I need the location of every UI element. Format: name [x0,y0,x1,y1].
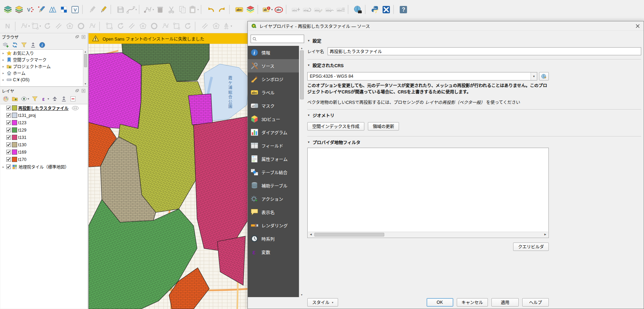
scroll-left-icon[interactable]: ◀ [308,233,314,236]
crs-combobox[interactable]: EPSG:4326 - WGS 84 ▼ [307,72,537,80]
properties-search-input[interactable] [258,36,302,41]
apply-button[interactable]: 適用 [491,298,519,307]
provider-filter-textarea[interactable]: ◀ ▶ [307,148,549,238]
scroll-up-icon[interactable]: ▲ [301,46,303,50]
properties-tab-mask[interactable]: abcマスク [248,99,299,112]
scroll-thumb[interactable] [314,233,384,237]
layer-visibility-checkbox[interactable] [6,113,11,118]
dialog-close-icon[interactable] [635,23,640,29]
scroll-up-icon[interactable]: ▲ [84,49,87,54]
properties-tab-fields[interactable]: フィールド [248,139,299,152]
help-button[interactable]: ヘルプ [522,298,549,307]
panel-float-icon[interactable] [75,35,80,39]
metasearch-icon[interactable] [352,4,363,15]
query-builder-button[interactable]: クエリビルダ [513,243,549,251]
layer-item[interactable]: t131 [0,134,88,141]
save-current-edits-icon[interactable] [98,4,108,15]
layer-visibility-checkbox[interactable] [6,135,11,140]
browser-properties-icon[interactable]: i [39,42,46,48]
expand-all-icon[interactable] [51,96,58,102]
properties-tab-display[interactable]: 表示名 [248,205,299,219]
panel-close-icon[interactable] [81,35,86,39]
collapse-all-icon[interactable] [61,96,67,102]
properties-tab-source[interactable]: ソース [248,59,299,72]
browser-refresh-icon[interactable] [12,42,18,48]
layer-visibility-checkbox[interactable] [6,120,11,125]
expand-arrow-icon[interactable]: ▸ [1,165,5,169]
help-icon[interactable]: ? [398,4,408,15]
select-crs-button[interactable] [539,72,549,80]
layer-item[interactable]: ▸地理院タイル（標準地図） [0,163,88,170]
remove-layer-icon[interactable] [70,96,76,102]
nav-scrollbar[interactable]: ▲ ▼ [299,46,304,297]
layer-visibility-checkbox[interactable] [6,157,11,162]
layer-refresh-badge-icon[interactable] [72,106,79,110]
browser-scrollbar[interactable]: ▲ ▼ [83,49,88,86]
browser-add-layer-icon[interactable] [2,42,9,48]
expand-arrow-icon[interactable]: ▸ [1,78,5,82]
expand-arrow-icon[interactable]: ▸ [1,58,5,62]
layer-visibility-checkbox[interactable] [6,128,11,132]
properties-tab-diagram[interactable]: ダイアグラム [248,126,299,139]
properties-tab-form[interactable]: 属性フォーム [248,152,299,166]
update-extents-button[interactable]: 領域の更新 [368,122,399,131]
filter-horizontal-scrollbar[interactable]: ◀ ▶ [308,232,548,237]
browser-item[interactable]: ▸C:¥ (OS) [0,76,83,83]
properties-tab-temporal[interactable]: 時系列 [248,232,299,245]
browser-item[interactable]: ▸空間ブックマーク [0,56,83,63]
style-menu-button[interactable]: スタイル▾ [307,298,338,307]
browser-collapse-all-icon[interactable] [30,42,36,48]
scroll-down-icon[interactable]: ▼ [301,293,303,297]
layer-item[interactable]: t170 [0,156,88,163]
pin-labels-icon[interactable]: ab▾ [262,4,273,15]
new-geopackage-layer-icon[interactable] [2,4,13,15]
properties-tab-info[interactable]: i情報 [248,46,299,59]
filter-expression-icon[interactable]: ε▾ [41,96,49,102]
browser-item[interactable]: ▸ホーム [0,70,83,76]
browser-item[interactable]: ▸お気に入り [0,50,83,56]
layer-labeling-icon[interactable]: abc [234,4,244,15]
filter-legend-icon[interactable] [31,96,38,102]
cancel-button[interactable]: キャンセル [457,298,488,307]
ok-button[interactable]: OK [427,298,453,307]
python-console-icon[interactable] [370,4,380,15]
properties-tab-labels[interactable]: abcラベル [248,86,299,99]
browser-item[interactable]: ▸プロジェクトホーム [0,63,83,70]
properties-tab-symbology[interactable]: シンボロジ [248,72,299,86]
geometry-section-header[interactable]: ▼ジオメトリ [307,112,641,119]
open-layer-styling-icon[interactable] [2,96,9,102]
scroll-thumb[interactable] [84,54,87,67]
new-raster-layer-icon[interactable] [58,4,69,15]
scroll-down-icon[interactable]: ▼ [84,82,87,86]
layer-item[interactable]: 再投影したラスタファイル [0,104,88,112]
highlight-pinned-labels-icon[interactable]: abc [273,4,284,15]
expand-arrow-icon[interactable]: ▸ [1,51,5,55]
new-virtual-layer-icon[interactable]: V [70,4,80,15]
layer-item[interactable]: t169 [0,148,88,156]
scroll-thumb[interactable] [300,50,304,99]
layer-item[interactable]: t129 [0,126,88,134]
layer-visibility-checkbox[interactable] [6,142,11,147]
layer-item[interactable]: t131_proj [0,112,88,119]
new-virtual-point-layer-icon[interactable]: V [25,4,35,15]
panel-float-icon[interactable] [75,89,80,93]
properties-tab-variables[interactable]: ε変数 [248,245,299,259]
add-group-icon[interactable] [12,96,18,102]
new-mesh-layer-icon[interactable] [47,4,58,15]
expand-arrow-icon[interactable]: ▸ [1,71,5,75]
properties-tab-auxstorage[interactable]: 補助テーブル [248,179,299,192]
layer-visibility-checkbox[interactable] [6,106,11,110]
create-spatial-index-button[interactable]: 空間インデックスを作成 [307,122,364,131]
redo-icon[interactable] [217,4,227,15]
properties-tab-rendering[interactable]: レンダリング [248,219,299,232]
properties-tab-actions[interactable]: アクション [248,192,299,205]
layer-visibility-checkbox[interactable] [6,150,11,154]
layer-item[interactable]: t130 [0,141,88,148]
properties-tab-joins[interactable]: テーブル結合 [248,166,299,179]
expand-arrow-icon[interactable]: ▸ [1,65,5,68]
scroll-right-icon[interactable]: ▶ [542,233,548,236]
panel-close-icon[interactable] [81,89,86,93]
provider-filter-section-header[interactable]: ▼プロバイダ地物フィルタ [307,139,641,146]
browser-filter-icon[interactable] [21,42,27,48]
dialog-title-bar[interactable]: レイヤプロパティ - 再投影したラスタファイル — ソース [248,21,644,31]
